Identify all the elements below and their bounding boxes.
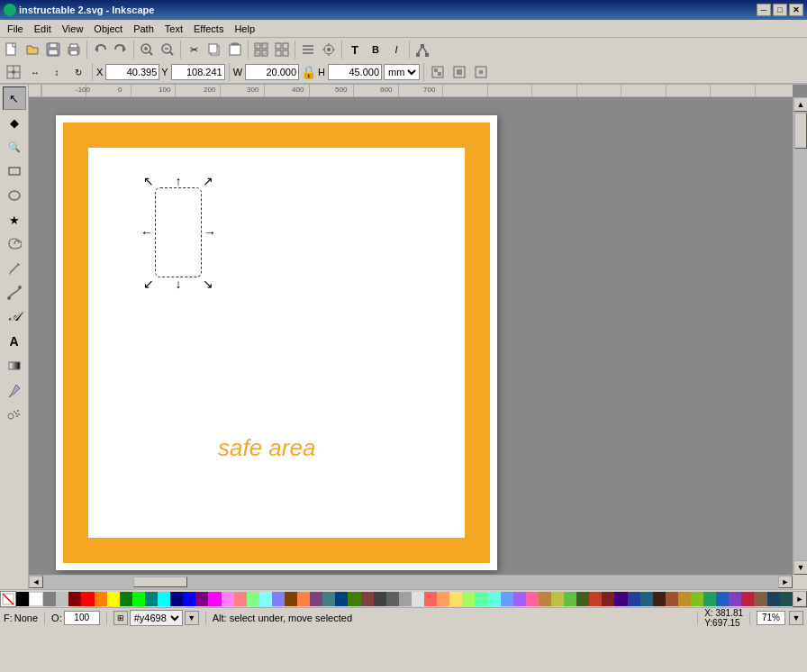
palette-lightyellow[interactable]	[449, 592, 462, 606]
save-button[interactable]	[43, 40, 63, 59]
palette-red[interactable]	[81, 592, 94, 606]
scroll-thumb-h[interactable]	[133, 577, 187, 587]
dropper-tool[interactable]	[3, 378, 26, 402]
palette-brown[interactable]	[285, 592, 297, 606]
menu-view[interactable]: View	[57, 22, 89, 36]
zoom-dropdown[interactable]: ▼	[789, 611, 803, 625]
align-button[interactable]	[298, 40, 318, 59]
palette-khaki[interactable]	[551, 592, 564, 606]
palette-darkpurple[interactable]	[614, 592, 627, 606]
palette-goldenrod[interactable]	[678, 592, 691, 606]
palette-seagreen[interactable]	[640, 592, 653, 606]
palette-lime[interactable]	[132, 592, 145, 606]
text-tool-btn[interactable]: T	[345, 40, 365, 59]
palette-yellowgreen[interactable]	[462, 592, 475, 606]
snap-toggle[interactable]: ⊞	[113, 611, 128, 625]
palette-seafoam[interactable]	[475, 592, 487, 606]
palette-rust[interactable]	[589, 592, 602, 606]
palette-navy[interactable]	[170, 592, 183, 606]
palette-mauve[interactable]	[310, 592, 322, 606]
spiral-tool[interactable]	[3, 232, 26, 256]
palette-dustyrose[interactable]	[361, 592, 374, 606]
palette-tan[interactable]	[539, 592, 551, 606]
palette-lightgray2[interactable]	[399, 592, 412, 606]
menu-edit[interactable]: Edit	[29, 22, 57, 36]
maximize-button[interactable]: □	[773, 4, 787, 16]
star-tool[interactable]: ★	[3, 208, 26, 232]
no-fill-swatch[interactable]	[0, 591, 16, 607]
scroll-down-button[interactable]: ▼	[793, 560, 807, 575]
w-input[interactable]	[245, 64, 299, 80]
node-dropdown[interactable]: ▼	[185, 611, 199, 625]
palette-salmon[interactable]	[234, 592, 247, 606]
callig-tool[interactable]: 𝒜	[3, 305, 26, 329]
scroll-track-v[interactable]	[793, 112, 807, 560]
y-input[interactable]	[171, 64, 225, 80]
handle-mid-left[interactable]: ←	[143, 229, 150, 236]
palette-forest[interactable]	[576, 592, 589, 606]
print-button[interactable]	[64, 40, 84, 59]
close-button[interactable]: ✕	[789, 4, 803, 16]
palette-coral[interactable]	[424, 592, 437, 606]
palette-orange[interactable]	[95, 592, 107, 606]
palette-azure[interactable]	[716, 592, 729, 606]
opacity-input[interactable]	[64, 611, 100, 625]
palette-indigo[interactable]	[628, 592, 640, 606]
palette-crimson[interactable]	[741, 592, 754, 606]
menu-file[interactable]: File	[2, 22, 29, 36]
handle-top-right[interactable]: ↗	[204, 177, 212, 185]
palette-sienna[interactable]	[666, 592, 678, 606]
handle-bot-mid[interactable]: ↓	[175, 280, 182, 287]
unit-select[interactable]: mm px pt cm in	[384, 64, 420, 80]
palette-emerald[interactable]	[703, 592, 716, 606]
palette-magenta[interactable]	[208, 592, 221, 606]
palette-violet[interactable]	[513, 592, 526, 606]
node-select[interactable]: #y4698	[130, 610, 183, 626]
transform-btn[interactable]	[4, 62, 23, 82]
menu-effects[interactable]: Effects	[188, 22, 229, 36]
scroll-up-button[interactable]: ▲	[793, 97, 807, 112]
palette-lightorange[interactable]	[437, 592, 449, 606]
italic-button[interactable]: I	[386, 40, 406, 59]
zoom-in-button[interactable]	[137, 40, 157, 59]
palette-pink[interactable]	[222, 592, 234, 606]
align2-btn[interactable]	[471, 62, 491, 82]
scroll-left-button[interactable]: ◄	[29, 576, 43, 588]
selected-object-container[interactable]: ↖ ↑ ↗ ← → ↙ ↓ ↘	[155, 187, 202, 277]
palette-purple[interactable]	[195, 592, 208, 606]
text-tool[interactable]: A	[3, 330, 26, 353]
ungroup-button[interactable]	[272, 40, 292, 59]
palette-lightcyan[interactable]	[259, 592, 272, 606]
zoom-tool[interactable]: 🔍	[3, 135, 26, 159]
palette-skyblue[interactable]	[501, 592, 513, 606]
handle-top-mid[interactable]: ↑	[175, 177, 182, 185]
menu-help[interactable]: Help	[229, 22, 260, 36]
palette-darkgreen[interactable]	[120, 592, 132, 606]
palette-gray[interactable]	[43, 592, 56, 606]
copy-button[interactable]	[204, 40, 224, 59]
handle-mid-right[interactable]: →	[206, 229, 213, 236]
handle-bot-left[interactable]: ↙	[145, 280, 152, 287]
rotate-cw-btn[interactable]: ↻	[68, 62, 88, 82]
undo-button[interactable]	[90, 40, 110, 59]
position-btn[interactable]	[428, 62, 448, 82]
zoom-out-button[interactable]	[158, 40, 177, 59]
flip-h-btn[interactable]: ↔	[25, 62, 45, 82]
drawing-canvas[interactable]: safe area ↖ ↑ ↗ ← → ↙ ↓ ↘	[29, 97, 793, 575]
minimize-button[interactable]: ─	[757, 4, 771, 16]
palette-chartreuse[interactable]	[691, 592, 703, 606]
palette-maroon[interactable]	[68, 592, 81, 606]
palette-silver[interactable]	[56, 592, 68, 606]
paste-button[interactable]	[225, 40, 245, 59]
palette-offwhite[interactable]	[412, 592, 424, 606]
palette-darktan[interactable]	[754, 592, 766, 606]
select-tool[interactable]: ↖	[3, 86, 26, 110]
palette-darkbrown[interactable]	[653, 592, 666, 606]
menu-object[interactable]: Object	[88, 22, 128, 36]
handle-top-left[interactable]: ↖	[145, 177, 152, 185]
node-edit-btn[interactable]	[413, 40, 432, 59]
cut-button[interactable]: ✂	[184, 40, 204, 59]
group-button[interactable]	[251, 40, 271, 59]
horizontal-scrollbar[interactable]: ◄ ►	[29, 575, 793, 589]
size-btn[interactable]	[449, 62, 469, 82]
